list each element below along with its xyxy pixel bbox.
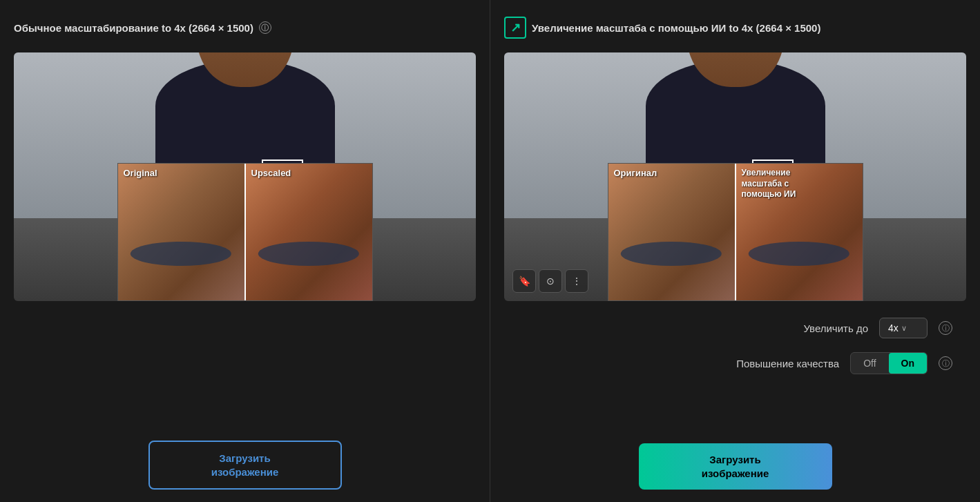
left-zoom-original: Original	[118, 164, 244, 300]
left-image-area: Original Upscaled	[14, 52, 476, 301]
toggle-on-option[interactable]: On	[889, 353, 927, 374]
left-download-area: Загрузить изображение	[14, 427, 476, 490]
right-image-area: Оригинал Увеличение масштаба с помощью И…	[504, 52, 966, 301]
right-panel-header: ↗ Увеличение масштаба с помощью ИИ to 4x…	[504, 12, 966, 43]
upscale-value: 4x	[888, 322, 899, 334]
right-panel: ↗ Увеличение масштаба с помощью ИИ to 4x…	[490, 0, 980, 502]
left-download-button[interactable]: Загрузить изображение	[148, 441, 342, 490]
upscale-info-icon[interactable]: ⓘ	[939, 321, 952, 335]
quality-label: Повышение качества	[736, 358, 839, 369]
left-zoom-upscaled-label: Upscaled	[251, 168, 291, 180]
left-zoom-original-label: Original	[124, 168, 157, 180]
camera-icon: ⊙	[546, 276, 555, 287]
bookmark-icon: 🔖	[519, 276, 530, 287]
ai-upscale-icon: ↗	[504, 17, 526, 39]
left-eye-sim	[131, 242, 231, 266]
upscale-arrow-icon: ↗	[510, 20, 521, 35]
left-eye-sim-right	[258, 242, 359, 266]
left-panel-header: Обычное масштабирование to 4x (2664 × 15…	[14, 12, 476, 43]
left-zoom-upscaled: Upscaled	[246, 164, 372, 300]
upscale-dropdown[interactable]: 4x ∨	[879, 318, 928, 338]
left-panel: Обычное масштабирование to 4x (2664 × 15…	[0, 0, 490, 502]
left-zoom-inset: Original Upscaled	[117, 163, 373, 301]
quality-toggle[interactable]: Off On	[850, 352, 928, 374]
right-download-button[interactable]: Загрузить изображение	[639, 443, 832, 490]
right-zoom-upscaled: Увеличение масштаба с помощью ИИ	[736, 164, 863, 300]
image-action-buttons: 🔖 ⊙ ⋮	[512, 269, 588, 293]
right-zoom-inset: Оригинал Увеличение масштаба с помощью И…	[608, 163, 863, 301]
left-info-icon[interactable]: ⓘ	[259, 21, 271, 34]
right-eye-sim-right	[749, 242, 849, 266]
quality-control-row: Повышение качества Off On ⓘ	[518, 352, 952, 374]
right-zoom-original-label: Оригинал	[614, 168, 657, 180]
left-panel-title: Обычное масштабирование to 4x (2664 × 15…	[14, 22, 253, 34]
upscale-control-row: Увеличить до 4x ∨ ⓘ	[518, 318, 952, 338]
main-container: Обычное масштабирование to 4x (2664 × 15…	[0, 0, 980, 502]
upscale-label: Увеличить до	[803, 322, 868, 334]
toggle-off-option[interactable]: Off	[851, 353, 888, 374]
controls-area: Увеличить до 4x ∨ ⓘ Повышение качества O…	[504, 318, 966, 374]
right-download-area: Загрузить изображение	[504, 429, 966, 490]
right-eye-sim-left	[621, 242, 722, 266]
right-panel-title: Увеличение масштаба с помощью ИИ to 4x (…	[532, 22, 820, 34]
right-zoom-upscaled-label: Увеличение масштаба с помощью ИИ	[742, 168, 796, 200]
camera-button[interactable]: ⊙	[539, 269, 562, 293]
more-icon: ⋮	[572, 276, 582, 287]
right-zoom-original: Оригинал	[608, 164, 735, 300]
quality-info-icon[interactable]: ⓘ	[939, 356, 952, 370]
dropdown-arrow-icon: ∨	[901, 324, 907, 333]
bookmark-button[interactable]: 🔖	[512, 269, 536, 293]
more-options-button[interactable]: ⋮	[565, 269, 588, 293]
